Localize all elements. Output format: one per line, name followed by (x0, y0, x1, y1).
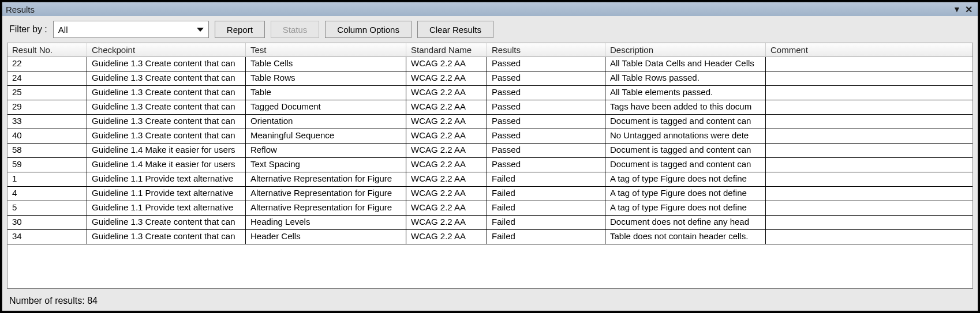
cell: All Table elements passed. (605, 86, 766, 100)
cell: Guideline 1.3 Create content that can (87, 57, 246, 71)
table-row[interactable]: 1Guideline 1.1 Provide text alternativeA… (8, 172, 972, 187)
cell: A tag of type Figure does not define (605, 201, 766, 215)
clear-results-button[interactable]: Clear Results (417, 21, 493, 38)
cell (766, 172, 972, 186)
cell: WCAG 2.2 AA (406, 71, 487, 85)
cell: WCAG 2.2 AA (406, 129, 487, 143)
cell: Failed (487, 201, 605, 215)
cell: WCAG 2.2 AA (406, 187, 487, 201)
toolbar: Filter by : All Report Status Column Opt… (2, 16, 978, 43)
cell: WCAG 2.2 AA (406, 115, 487, 129)
cell: A tag of type Figure does not define (605, 172, 766, 186)
filter-label: Filter by : (9, 24, 47, 35)
cell: Failed (487, 187, 605, 201)
cell: Failed (487, 172, 605, 186)
cell: Guideline 1.3 Create content that can (87, 230, 246, 244)
cell: 25 (8, 86, 87, 100)
table-row[interactable]: 4Guideline 1.1 Provide text alternativeA… (8, 187, 972, 201)
cell (766, 216, 972, 229)
table-row[interactable]: 5Guideline 1.1 Provide text alternativeA… (8, 201, 972, 216)
cell: 33 (8, 115, 87, 129)
table-row[interactable]: 59Guideline 1.4 Make it easier for users… (8, 158, 972, 172)
table-row[interactable]: 25Guideline 1.3 Create content that canT… (8, 86, 972, 100)
cell: Passed (487, 57, 605, 71)
cell: WCAG 2.2 AA (406, 57, 487, 71)
column-options-button[interactable]: Column Options (325, 21, 412, 38)
table-row[interactable]: 29Guideline 1.3 Create content that canT… (8, 100, 972, 115)
table-body[interactable]: 22Guideline 1.3 Create content that canT… (8, 57, 972, 288)
table-row[interactable]: 34Guideline 1.3 Create content that canH… (8, 230, 972, 244)
cell: 29 (8, 100, 87, 114)
cell: Guideline 1.3 Create content that can (87, 216, 246, 229)
cell: Orientation (246, 115, 406, 129)
cell: Passed (487, 86, 605, 100)
table-header-row: Result No. Checkpoint Test Standard Name… (8, 43, 972, 57)
cell: Passed (487, 71, 605, 85)
cell (766, 230, 972, 244)
cell: Guideline 1.1 Provide text alternative (87, 172, 246, 186)
cell: Passed (487, 115, 605, 129)
cell: 58 (8, 144, 87, 157)
col-comment[interactable]: Comment (766, 43, 972, 56)
cell: Header Cells (246, 230, 406, 244)
cell: Guideline 1.3 Create content that can (87, 100, 246, 114)
cell: WCAG 2.2 AA (406, 201, 487, 215)
cell: WCAG 2.2 AA (406, 86, 487, 100)
cell: Guideline 1.1 Provide text alternative (87, 201, 246, 215)
cell: Tags have been added to this docum (605, 100, 766, 114)
result-count: Number of results: 84 (9, 296, 98, 306)
cell: 22 (8, 57, 87, 71)
table-row[interactable]: 22Guideline 1.3 Create content that canT… (8, 57, 972, 71)
minimize-icon[interactable]: ▼ (951, 5, 963, 14)
cell (766, 100, 972, 114)
report-button[interactable]: Report (215, 21, 265, 38)
cell: Passed (487, 129, 605, 143)
cell: WCAG 2.2 AA (406, 158, 487, 172)
cell: Guideline 1.3 Create content that can (87, 71, 246, 85)
cell: 4 (8, 187, 87, 201)
titlebar: Results ▼ ✕ (2, 2, 978, 16)
col-results[interactable]: Results (487, 43, 605, 56)
cell: Table does not contain header cells. (605, 230, 766, 244)
chevron-down-icon (197, 28, 204, 32)
cell: Alternative Representation for Figure (246, 172, 406, 186)
col-checkpoint[interactable]: Checkpoint (87, 43, 246, 56)
cell: Document does not define any head (605, 216, 766, 229)
cell: Text Spacing (246, 158, 406, 172)
cell: WCAG 2.2 AA (406, 216, 487, 229)
cell: 24 (8, 71, 87, 85)
table-row[interactable]: 40Guideline 1.3 Create content that canM… (8, 129, 972, 144)
table-row[interactable]: 30Guideline 1.3 Create content that canH… (8, 216, 972, 230)
table-row[interactable]: 24Guideline 1.3 Create content that canT… (8, 71, 972, 86)
col-result-no[interactable]: Result No. (8, 43, 87, 56)
filter-value: All (58, 25, 197, 35)
cell: Document is tagged and content can (605, 115, 766, 129)
close-icon[interactable]: ✕ (963, 4, 974, 15)
cell: Passed (487, 144, 605, 157)
cell: Document is tagged and content can (605, 144, 766, 157)
cell: Table Cells (246, 57, 406, 71)
cell (766, 71, 972, 85)
cell: 30 (8, 216, 87, 229)
results-table: Result No. Checkpoint Test Standard Name… (7, 43, 973, 289)
cell (766, 158, 972, 172)
cell: Guideline 1.4 Make it easier for users (87, 158, 246, 172)
cell: Heading Levels (246, 216, 406, 229)
cell: Alternative Representation for Figure (246, 201, 406, 215)
filter-dropdown[interactable]: All (53, 21, 209, 38)
cell (766, 86, 972, 100)
cell: Guideline 1.1 Provide text alternative (87, 187, 246, 201)
results-panel: Results ▼ ✕ Filter by : All Report Statu… (2, 2, 978, 311)
col-standard[interactable]: Standard Name (406, 43, 487, 56)
cell: WCAG 2.2 AA (406, 144, 487, 157)
cell (766, 129, 972, 143)
col-description[interactable]: Description (605, 43, 766, 56)
table-row[interactable]: 58Guideline 1.4 Make it easier for users… (8, 144, 972, 158)
cell: Passed (487, 158, 605, 172)
cell: 1 (8, 172, 87, 186)
cell: Alternative Representation for Figure (246, 187, 406, 201)
cell: All Table Data Cells and Header Cells (605, 57, 766, 71)
panel-title: Results (6, 5, 951, 14)
col-test[interactable]: Test (246, 43, 406, 56)
table-row[interactable]: 33Guideline 1.3 Create content that canO… (8, 115, 972, 129)
